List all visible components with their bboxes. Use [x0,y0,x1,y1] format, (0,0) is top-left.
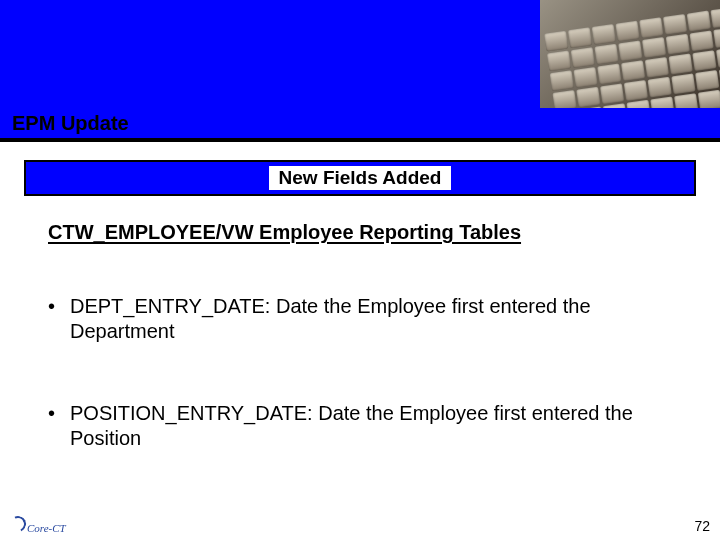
header-title: EPM Update [12,112,129,135]
content-subtitle: CTW_EMPLOYEE/VW Employee Reporting Table… [48,220,672,246]
logo-suffix: CT [52,522,65,534]
page-number: 72 [694,518,710,534]
list-item: • DEPT_ENTRY_DATE: Date the Employee fir… [48,294,672,345]
bullet-icon: • [48,294,70,345]
bullet-icon: • [48,401,70,452]
bullet-text: POSITION_ENTRY_DATE: Date the Employee f… [70,401,672,452]
slide-content: CTW_EMPLOYEE/VW Employee Reporting Table… [48,220,672,508]
keyboard-image [540,0,720,108]
logo: Core-CT [10,516,66,534]
logo-text: Core- [27,522,52,534]
section-band-label: New Fields Added [269,166,452,190]
bullet-text: DEPT_ENTRY_DATE: Date the Employee first… [70,294,672,345]
header-divider [0,138,720,142]
slide-header: EPM Update [0,0,720,138]
list-item: • POSITION_ENTRY_DATE: Date the Employee… [48,401,672,452]
slide-footer: Core-CT 72 [10,510,710,534]
keyboard-keys-decor [544,7,720,108]
section-band: New Fields Added [24,160,696,196]
logo-swirl-icon [8,514,29,535]
